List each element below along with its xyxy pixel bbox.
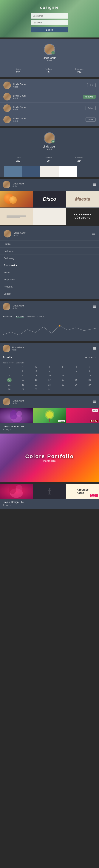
menu-icon[interactable] (92, 232, 95, 235)
password-input[interactable] (31, 20, 68, 25)
edit-button[interactable]: Edit (87, 83, 96, 87)
portfolio-value: 39 (47, 71, 50, 73)
cal-day-30[interactable]: 30 (30, 387, 43, 391)
menu-icon[interactable] (93, 184, 96, 186)
cal-day-3[interactable]: 3 (43, 369, 56, 373)
fabulous-badge: FabulousFinds (90, 494, 98, 497)
portfolio-stat: Portfolio 39 (45, 157, 52, 162)
portfolio-cell-5[interactable] (33, 208, 66, 225)
colors-value: 281 (16, 159, 20, 162)
calendar-nav: ‹ october › (83, 355, 96, 359)
followers-stat: Followers 214 (76, 68, 84, 73)
card-cell-2[interactable]: The se (33, 408, 66, 423)
avatar-wrap: ☰ (44, 44, 55, 55)
colors-stat: Colors 281 (16, 157, 21, 162)
project1-title: Project Design Title (3, 425, 96, 428)
cal-day-24[interactable]: 24 (43, 383, 56, 387)
cal-day-31[interactable]: 31 (43, 387, 56, 391)
hamburger-line (93, 401, 96, 401)
user-info: Linda Gaun Artist (12, 304, 93, 309)
cal-day-29[interactable]: 29 (16, 387, 29, 391)
cal-day-21[interactable]: 21 (3, 383, 16, 387)
cal-day-7[interactable]: 7 (3, 373, 16, 377)
swatch-5[interactable] (77, 166, 95, 177)
cal-day-13[interactable]: 13 (83, 373, 96, 377)
cal-day-22[interactable]: 22 (16, 383, 29, 387)
cal-day-5[interactable]: 5 (70, 369, 83, 373)
followers-value: 214 (77, 71, 82, 73)
cal-day-17[interactable]: 17 (43, 378, 56, 382)
tab-following[interactable]: following (27, 315, 35, 318)
cal-day[interactable] (3, 369, 16, 373)
swatch-3[interactable] (40, 166, 59, 177)
portfolio-cell-4[interactable] (0, 208, 33, 225)
cal-day-25[interactable]: 25 (56, 383, 69, 387)
user-info: Linda Gaun Artist (13, 117, 86, 122)
cards-user-name: Linda Gaun (12, 399, 93, 402)
tab-uploads[interactable]: uploads (37, 315, 44, 318)
swatch-4[interactable] (59, 166, 77, 177)
cal-day-26[interactable]: 26 (70, 383, 83, 387)
card-cell-3[interactable]: PICH BABOU (66, 408, 99, 423)
cal-day-4[interactable]: 4 (56, 369, 69, 373)
card-cell-6[interactable]: FabulousFinds FabulousFinds (66, 484, 99, 499)
cal-day-1[interactable]: 1 (16, 369, 29, 373)
camera-icon[interactable]: ☰ (51, 140, 55, 143)
cal-day-11[interactable]: 11 (56, 373, 69, 377)
card-cell-1[interactable] (0, 408, 33, 423)
portfolio-cell-2[interactable]: Disco (33, 191, 66, 208)
tab-followers[interactable]: followers (16, 315, 24, 318)
follow-button[interactable]: follow (86, 106, 96, 110)
cal-day-8[interactable]: 8 (16, 373, 29, 377)
menu-item-followers[interactable]: Followers (0, 248, 99, 255)
user-info: Linda Gaun Artist (13, 94, 83, 99)
menu-item-bookmarks[interactable]: Bookmarks (0, 262, 99, 269)
day-header-m: M (3, 366, 16, 368)
cal-day-10[interactable]: 10 (43, 373, 56, 377)
calendar-month: october (85, 356, 93, 359)
user-name: Linda Gaun (13, 94, 83, 97)
cal-day-23[interactable]: 23 (30, 383, 43, 387)
cal-day-28[interactable]: 28 (3, 387, 16, 391)
swatch-2[interactable] (22, 166, 40, 177)
menu-item-logout[interactable]: Logout (0, 290, 99, 297)
cal-day-9[interactable]: 9 (30, 373, 43, 377)
cal-day-6[interactable]: 6 (83, 369, 96, 373)
menu-section: Linda Gaun Artist Profile Followers Foll… (0, 226, 99, 299)
portfolio-grid: Disco Maesta frikeshigsGöteborg (0, 191, 99, 225)
menu-item-following[interactable]: Following (0, 255, 99, 262)
card-cell-5[interactable]: f (33, 484, 66, 499)
menu-icon[interactable] (93, 347, 96, 349)
cards-user-role: Artist (12, 402, 93, 404)
cal-day-19[interactable]: 19 (70, 378, 83, 382)
card-cell-4[interactable] (0, 484, 33, 499)
cal-day-12[interactable]: 12 (70, 373, 83, 377)
menu-item-account[interactable]: Account (0, 283, 99, 290)
cal-day-18[interactable]: 18 (56, 378, 69, 382)
menu-item-inspiration[interactable]: Inspiration (0, 276, 99, 283)
next-month-button[interactable]: › (95, 355, 96, 359)
portfolio-stat: Portfolio 39 (45, 68, 52, 73)
cal-day-14-today[interactable]: 14 (7, 378, 12, 382)
portfolio-cell-3[interactable]: Maesta (66, 191, 99, 208)
colors-portfolio-subtitle: Portfolio (25, 459, 74, 462)
menu-icon[interactable] (93, 401, 96, 403)
cal-day-15[interactable]: 15 (16, 378, 29, 382)
login-button[interactable]: Login (31, 27, 68, 32)
portfolio-cell-1[interactable] (0, 191, 33, 208)
cal-day-16[interactable]: 16 (30, 378, 43, 382)
cal-day-27[interactable]: 27 (83, 383, 96, 387)
follow-button[interactable]: follow (86, 118, 96, 122)
following-button[interactable]: following (83, 95, 96, 99)
menu-item-profile[interactable]: Profile (0, 241, 99, 248)
camera-icon[interactable]: ☰ (51, 51, 55, 55)
swatch-1[interactable] (4, 166, 22, 177)
menu-icon[interactable] (93, 306, 96, 308)
cal-day-2[interactable]: 2 (30, 369, 43, 373)
user-role: Artist (13, 108, 86, 111)
prev-month-button[interactable]: ‹ (83, 355, 84, 359)
portfolio-cell-6[interactable]: frikeshigsGöteborg (66, 208, 99, 225)
cal-day-20[interactable]: 20 (83, 378, 96, 382)
menu-item-invite[interactable]: Invite (0, 269, 99, 276)
username-input[interactable] (31, 13, 68, 19)
